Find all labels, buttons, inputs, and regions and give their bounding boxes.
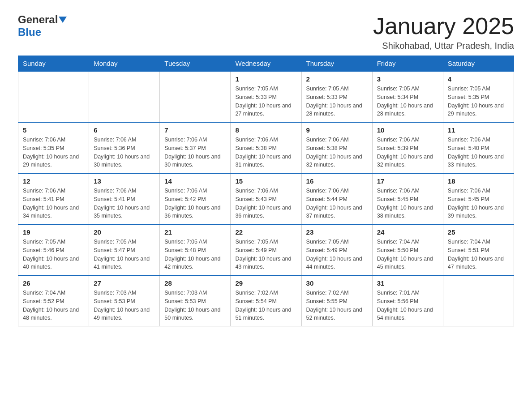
calendar-cell: 23Sunrise: 7:05 AM Sunset: 5:49 PM Dayli… bbox=[301, 224, 372, 275]
day-info: Sunrise: 7:05 AM Sunset: 5:49 PM Dayligh… bbox=[235, 238, 296, 271]
day-info: Sunrise: 7:06 AM Sunset: 5:41 PM Dayligh… bbox=[23, 187, 84, 220]
calendar-cell: 13Sunrise: 7:06 AM Sunset: 5:41 PM Dayli… bbox=[89, 173, 160, 224]
day-number: 20 bbox=[94, 228, 155, 236]
title-section: January 2025 Shikohabad, Uttar Pradesh, … bbox=[373, 13, 514, 51]
day-info: Sunrise: 7:02 AM Sunset: 5:54 PM Dayligh… bbox=[235, 289, 296, 322]
day-info: Sunrise: 7:03 AM Sunset: 5:53 PM Dayligh… bbox=[164, 289, 226, 322]
day-number: 5 bbox=[23, 126, 84, 134]
calendar-cell bbox=[443, 275, 514, 326]
day-info: Sunrise: 7:06 AM Sunset: 5:41 PM Dayligh… bbox=[94, 187, 155, 220]
day-number: 10 bbox=[377, 126, 438, 134]
day-info: Sunrise: 7:05 AM Sunset: 5:48 PM Dayligh… bbox=[164, 238, 226, 271]
calendar-header-thursday: Thursday bbox=[301, 56, 372, 72]
day-info: Sunrise: 7:05 AM Sunset: 5:34 PM Dayligh… bbox=[377, 85, 438, 118]
day-info: Sunrise: 7:06 AM Sunset: 5:45 PM Dayligh… bbox=[377, 187, 438, 220]
day-number: 23 bbox=[306, 228, 368, 236]
calendar-table: SundayMondayTuesdayWednesdayThursdayFrid… bbox=[18, 56, 514, 326]
calendar-cell bbox=[89, 71, 160, 122]
day-number: 6 bbox=[94, 126, 155, 134]
location-text: Shikohabad, Uttar Pradesh, India bbox=[373, 41, 514, 51]
day-number: 21 bbox=[164, 228, 226, 236]
calendar-cell: 11Sunrise: 7:06 AM Sunset: 5:40 PM Dayli… bbox=[443, 122, 514, 173]
calendar-cell: 24Sunrise: 7:04 AM Sunset: 5:50 PM Dayli… bbox=[372, 224, 443, 275]
day-number: 13 bbox=[94, 177, 155, 185]
day-info: Sunrise: 7:06 AM Sunset: 5:40 PM Dayligh… bbox=[448, 136, 509, 169]
day-info: Sunrise: 7:05 AM Sunset: 5:49 PM Dayligh… bbox=[306, 238, 368, 271]
month-title: January 2025 bbox=[373, 13, 514, 39]
day-number: 4 bbox=[448, 75, 509, 83]
calendar-cell: 7Sunrise: 7:06 AM Sunset: 5:37 PM Daylig… bbox=[160, 122, 231, 173]
day-number: 3 bbox=[377, 75, 438, 83]
day-number: 8 bbox=[235, 126, 296, 134]
day-number: 14 bbox=[164, 177, 226, 185]
calendar-cell: 2Sunrise: 7:05 AM Sunset: 5:33 PM Daylig… bbox=[301, 71, 372, 122]
logo-general-text: General bbox=[18, 13, 58, 26]
logo-arrow-icon bbox=[59, 17, 67, 23]
day-number: 27 bbox=[94, 279, 155, 287]
day-info: Sunrise: 7:06 AM Sunset: 5:38 PM Dayligh… bbox=[235, 136, 296, 169]
calendar-cell: 3Sunrise: 7:05 AM Sunset: 5:34 PM Daylig… bbox=[372, 71, 443, 122]
calendar-cell: 4Sunrise: 7:05 AM Sunset: 5:35 PM Daylig… bbox=[443, 71, 514, 122]
calendar-header-friday: Friday bbox=[372, 56, 443, 72]
day-number: 12 bbox=[23, 177, 84, 185]
day-number: 17 bbox=[377, 177, 438, 185]
calendar-cell: 27Sunrise: 7:03 AM Sunset: 5:53 PM Dayli… bbox=[89, 275, 160, 326]
day-number: 22 bbox=[235, 228, 296, 236]
day-number: 26 bbox=[23, 279, 84, 287]
calendar-header-saturday: Saturday bbox=[443, 56, 514, 72]
calendar-cell: 1Sunrise: 7:05 AM Sunset: 5:33 PM Daylig… bbox=[231, 71, 301, 122]
day-info: Sunrise: 7:06 AM Sunset: 5:45 PM Dayligh… bbox=[448, 187, 509, 220]
day-number: 19 bbox=[23, 228, 84, 236]
calendar-cell: 29Sunrise: 7:02 AM Sunset: 5:54 PM Dayli… bbox=[231, 275, 301, 326]
calendar-cell: 6Sunrise: 7:06 AM Sunset: 5:36 PM Daylig… bbox=[89, 122, 160, 173]
calendar-cell: 30Sunrise: 7:02 AM Sunset: 5:55 PM Dayli… bbox=[301, 275, 372, 326]
calendar-cell: 18Sunrise: 7:06 AM Sunset: 5:45 PM Dayli… bbox=[443, 173, 514, 224]
day-info: Sunrise: 7:05 AM Sunset: 5:33 PM Dayligh… bbox=[306, 85, 368, 118]
day-number: 29 bbox=[235, 279, 296, 287]
calendar-cell: 25Sunrise: 7:04 AM Sunset: 5:51 PM Dayli… bbox=[443, 224, 514, 275]
day-info: Sunrise: 7:06 AM Sunset: 5:36 PM Dayligh… bbox=[94, 136, 155, 169]
calendar-cell: 26Sunrise: 7:04 AM Sunset: 5:52 PM Dayli… bbox=[18, 275, 89, 326]
calendar-cell: 14Sunrise: 7:06 AM Sunset: 5:42 PM Dayli… bbox=[160, 173, 231, 224]
calendar-header-monday: Monday bbox=[89, 56, 160, 72]
day-number: 1 bbox=[235, 75, 296, 83]
day-info: Sunrise: 7:06 AM Sunset: 5:44 PM Dayligh… bbox=[306, 187, 368, 220]
calendar-header-row: SundayMondayTuesdayWednesdayThursdayFrid… bbox=[18, 56, 514, 72]
calendar-cell bbox=[160, 71, 231, 122]
day-info: Sunrise: 7:05 AM Sunset: 5:35 PM Dayligh… bbox=[448, 85, 509, 118]
day-info: Sunrise: 7:02 AM Sunset: 5:55 PM Dayligh… bbox=[306, 289, 368, 322]
day-info: Sunrise: 7:03 AM Sunset: 5:53 PM Dayligh… bbox=[94, 289, 155, 322]
calendar-cell: 28Sunrise: 7:03 AM Sunset: 5:53 PM Dayli… bbox=[160, 275, 231, 326]
calendar-week-row: 12Sunrise: 7:06 AM Sunset: 5:41 PM Dayli… bbox=[18, 173, 514, 224]
calendar-cell: 12Sunrise: 7:06 AM Sunset: 5:41 PM Dayli… bbox=[18, 173, 89, 224]
day-info: Sunrise: 7:05 AM Sunset: 5:33 PM Dayligh… bbox=[235, 85, 296, 118]
day-info: Sunrise: 7:06 AM Sunset: 5:39 PM Dayligh… bbox=[377, 136, 438, 169]
day-number: 16 bbox=[306, 177, 368, 185]
day-info: Sunrise: 7:06 AM Sunset: 5:43 PM Dayligh… bbox=[235, 187, 296, 220]
calendar-week-row: 1Sunrise: 7:05 AM Sunset: 5:33 PM Daylig… bbox=[18, 71, 514, 122]
calendar-cell bbox=[18, 71, 89, 122]
calendar-week-row: 5Sunrise: 7:06 AM Sunset: 5:35 PM Daylig… bbox=[18, 122, 514, 173]
day-info: Sunrise: 7:05 AM Sunset: 5:46 PM Dayligh… bbox=[23, 238, 84, 271]
day-number: 24 bbox=[377, 228, 438, 236]
calendar-week-row: 19Sunrise: 7:05 AM Sunset: 5:46 PM Dayli… bbox=[18, 224, 514, 275]
calendar-cell: 20Sunrise: 7:05 AM Sunset: 5:47 PM Dayli… bbox=[89, 224, 160, 275]
day-info: Sunrise: 7:01 AM Sunset: 5:56 PM Dayligh… bbox=[377, 289, 438, 322]
calendar-cell: 21Sunrise: 7:05 AM Sunset: 5:48 PM Dayli… bbox=[160, 224, 231, 275]
calendar-cell: 17Sunrise: 7:06 AM Sunset: 5:45 PM Dayli… bbox=[372, 173, 443, 224]
calendar-cell: 10Sunrise: 7:06 AM Sunset: 5:39 PM Dayli… bbox=[372, 122, 443, 173]
day-number: 25 bbox=[448, 228, 509, 236]
calendar-cell: 9Sunrise: 7:06 AM Sunset: 5:38 PM Daylig… bbox=[301, 122, 372, 173]
calendar-cell: 8Sunrise: 7:06 AM Sunset: 5:38 PM Daylig… bbox=[231, 122, 301, 173]
calendar-cell: 5Sunrise: 7:06 AM Sunset: 5:35 PM Daylig… bbox=[18, 122, 89, 173]
page-header: General Blue January 2025 Shikohabad, Ut… bbox=[18, 13, 514, 51]
day-info: Sunrise: 7:06 AM Sunset: 5:37 PM Dayligh… bbox=[164, 136, 226, 169]
calendar-cell: 22Sunrise: 7:05 AM Sunset: 5:49 PM Dayli… bbox=[231, 224, 301, 275]
day-info: Sunrise: 7:05 AM Sunset: 5:47 PM Dayligh… bbox=[94, 238, 155, 271]
day-number: 7 bbox=[164, 126, 226, 134]
logo-blue-text: Blue bbox=[18, 26, 41, 39]
calendar-cell: 31Sunrise: 7:01 AM Sunset: 5:56 PM Dayli… bbox=[372, 275, 443, 326]
day-info: Sunrise: 7:06 AM Sunset: 5:42 PM Dayligh… bbox=[164, 187, 226, 220]
calendar-header-sunday: Sunday bbox=[18, 56, 89, 72]
day-info: Sunrise: 7:04 AM Sunset: 5:51 PM Dayligh… bbox=[448, 238, 509, 271]
